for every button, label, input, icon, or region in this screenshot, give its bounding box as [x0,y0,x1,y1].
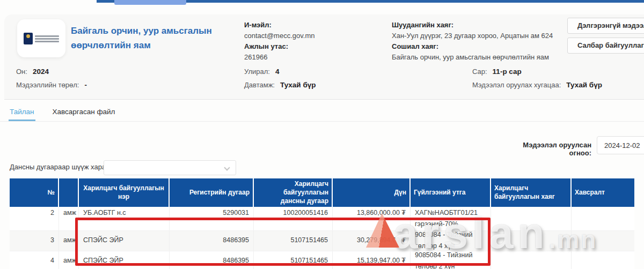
social-address-label: Сошиал хаяг: [392,41,569,52]
header-cell-amount: Дүн [333,178,411,207]
header-cell-attachment: Хавсралт [572,178,634,207]
account-filter-label: Дансны дугаараар шүүж харах: [10,163,111,171]
email-value: contact@mecc.gov.mn [244,31,384,41]
organization-title: Байгаль орчин, уур амьсгалын өөрчлөлтийн… [71,24,232,53]
chevron-down-icon [224,165,230,170]
contact-column-right: Шуудангийн хаяг: Хан-Уул дүүрэг, 23 дуга… [392,20,569,63]
tab-report[interactable]: Тайлан [9,106,35,121]
meta-info-type: Мэдээллийн төрөл:- [16,81,87,89]
account-filter-select[interactable] [104,160,236,175]
tab-bar: Тайлан Хавсаргасан файл [0,106,644,122]
table-header-row: № Харилцагч байгууллагын нэр Регистрийн … [10,178,634,207]
meta-submit-period: Мэдээлэл оруулах хугацаа:Тухай бүр [472,81,602,89]
details-button[interactable]: Дэлгэрэнгүй мэдээлэл [567,18,644,34]
date-submitted-label: Мэдээлэл оруулсан огноо: [499,141,591,157]
meta-month: Сар:11-р сар [472,68,522,76]
header-cell-address: Харилцагч байгууллагын хаяг [491,178,572,207]
social-address-value: Байгаль орчин, уур амьсгалын өөрчлөлтийн… [392,52,569,63]
header-cell-register: Регистрийн дугаар [170,178,254,207]
phone-value: 261966 [244,52,384,63]
header-cell-blank [59,178,79,207]
date-input[interactable] [597,136,644,154]
postal-address-value: Хан-Уул дүүрэг, 23 дугаар хороо, Арцатын… [392,31,569,41]
header-cell-account: Харилцагч байгууллагын дансны дугаар [254,178,333,207]
cell-no: 3 [10,231,59,251]
header-cell-no: № [10,178,59,207]
postal-address-label: Шуудангийн хаяг: [392,20,569,31]
meta-year: Он:2024 [16,68,49,76]
tab-attached-files[interactable]: Хавсаргасан файл [52,106,116,121]
ministry-logo [17,19,65,57]
branches-button[interactable]: Салбар байгууллагууд [567,38,644,54]
phone-label: Ажлын утас: [244,41,384,52]
organization-header-card: Байгаль орчин, уур амьсгалын өөрчлөлтийн… [4,14,644,100]
email-label: И-мэйл: [244,20,384,31]
header-cell-name: Харилцагч байгууллагын нэр [79,178,170,207]
ministry-emblem-icon [24,32,59,45]
cell-no: 2 [10,207,59,230]
meta-frequency: Давтамж:Тухай бүр [244,81,316,89]
contact-column-left: И-мэйл: contact@mecc.gov.mn Ажлын утас: … [244,20,384,63]
page: Байгаль орчин, уур амьсгалын өөрчлөлтийн… [0,0,644,269]
cell-no: 4 [10,251,59,269]
header-cell-memo: Гүйлгээний утга [411,178,491,207]
highlight-box [75,218,491,266]
meta-quarter: Улирал:4 [244,68,279,76]
top-progress-indicator [114,0,186,5]
